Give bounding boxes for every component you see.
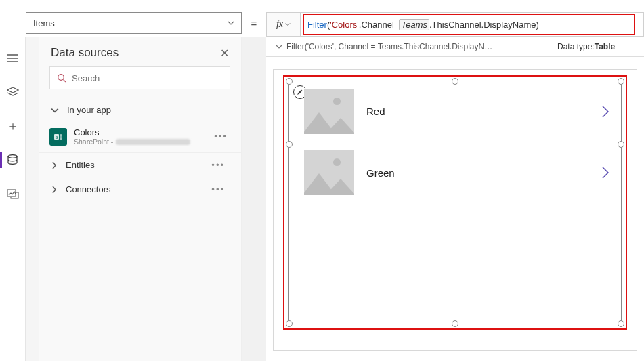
- gallery-item[interactable]: Red: [289, 81, 621, 142]
- formula-arg1: 'Colors': [330, 20, 359, 30]
- resize-handle[interactable]: [452, 78, 458, 85]
- datasource-subtitle: SharePoint -: [74, 137, 207, 146]
- resize-handle[interactable]: [286, 141, 293, 148]
- gallery-item-title: Red: [366, 106, 588, 117]
- image-placeholder-icon: [304, 150, 354, 195]
- gallery-control[interactable]: Red Green: [288, 81, 622, 324]
- resize-handle[interactable]: [452, 320, 458, 327]
- more-icon[interactable]: •••: [214, 131, 232, 142]
- section-connectors[interactable]: Connectors •••: [39, 177, 241, 201]
- formula-fn: Filter: [307, 20, 327, 30]
- data-sources-panel: Data sources ✕ In your app s Colors Shar…: [39, 37, 242, 361]
- chevron-down-icon: [285, 22, 291, 27]
- gallery-item[interactable]: Green: [289, 142, 621, 203]
- section-in-your-app[interactable]: In your app: [39, 98, 241, 122]
- more-icon[interactable]: •••: [211, 184, 229, 194]
- equals-sign: =: [242, 12, 266, 34]
- search-input[interactable]: [49, 66, 230, 89]
- svg-point-5: [60, 134, 62, 137]
- resize-handle[interactable]: [618, 78, 624, 85]
- resize-handle[interactable]: [286, 320, 293, 327]
- formula-breadcrumb-text: Filter('Colors', Channel = Teams.ThisCha…: [286, 42, 492, 51]
- left-rail: ＋: [0, 37, 26, 361]
- fx-label[interactable]: fx: [266, 12, 300, 37]
- data-type-indicator: Data type: Table: [549, 37, 644, 56]
- svg-point-0: [8, 154, 17, 158]
- chevron-down-icon: [228, 20, 234, 26]
- formula-field: Channel: [361, 20, 393, 30]
- sharepoint-icon: s: [49, 128, 67, 146]
- section-in-your-app-label: In your app: [67, 105, 111, 115]
- formula-paren-close: ): [536, 20, 538, 30]
- datasource-colors[interactable]: s Colors SharePoint - •••: [39, 122, 241, 152]
- chevron-down-icon: [276, 43, 282, 50]
- section-entities-label: Entities: [66, 160, 95, 170]
- selection-highlight: Red Green: [283, 75, 627, 330]
- media-icon[interactable]: [0, 184, 26, 203]
- chevron-right-icon: [51, 186, 58, 194]
- fx-label-text: fx: [276, 19, 283, 30]
- close-icon[interactable]: ✕: [220, 47, 229, 60]
- search-field[interactable]: [72, 73, 223, 83]
- chevron-right-icon[interactable]: [601, 165, 610, 180]
- resize-handle[interactable]: [286, 78, 293, 85]
- formula-eq: =: [394, 20, 400, 30]
- formula-teams-token: Teams: [399, 19, 429, 30]
- svg-text:s: s: [56, 134, 58, 139]
- svg-point-6: [60, 137, 62, 140]
- chevron-down-icon: [51, 106, 59, 114]
- property-dropdown[interactable]: Items: [26, 12, 242, 34]
- formula-bar[interactable]: Filter('Colors', Channel = Teams.ThisCha…: [300, 12, 644, 37]
- chevron-right-icon: [51, 161, 58, 169]
- plus-icon[interactable]: ＋: [0, 116, 26, 135]
- data-type-label: Data type:: [557, 42, 595, 51]
- formula-chain: .ThisChannel.DisplayName: [429, 20, 536, 30]
- hamburger-icon[interactable]: [0, 49, 26, 68]
- resize-handle[interactable]: [618, 141, 624, 148]
- panel-title: Data sources: [51, 46, 119, 60]
- svg-rect-1: [7, 190, 16, 196]
- redacted-text: [116, 139, 190, 145]
- datasource-title: Colors: [74, 127, 207, 137]
- formula-breadcrumb[interactable]: Filter('Colors', Channel = Teams.ThisCha…: [266, 37, 549, 56]
- canvas-area[interactable]: Red Green: [273, 69, 637, 351]
- section-connectors-label: Connectors: [66, 184, 110, 194]
- formula-cursor: [540, 19, 540, 30]
- chevron-right-icon[interactable]: [601, 104, 610, 119]
- database-icon[interactable]: [0, 150, 26, 169]
- layers-icon[interactable]: [0, 83, 26, 102]
- search-icon: [57, 73, 66, 83]
- data-type-value: Table: [595, 42, 615, 51]
- section-entities[interactable]: Entities •••: [39, 152, 241, 177]
- svg-point-2: [58, 75, 64, 81]
- gallery-item-title: Green: [366, 167, 588, 179]
- resize-handle[interactable]: [618, 320, 624, 327]
- image-placeholder-icon: [304, 89, 354, 134]
- property-dropdown-value: Items: [33, 18, 55, 28]
- more-icon[interactable]: •••: [211, 160, 229, 170]
